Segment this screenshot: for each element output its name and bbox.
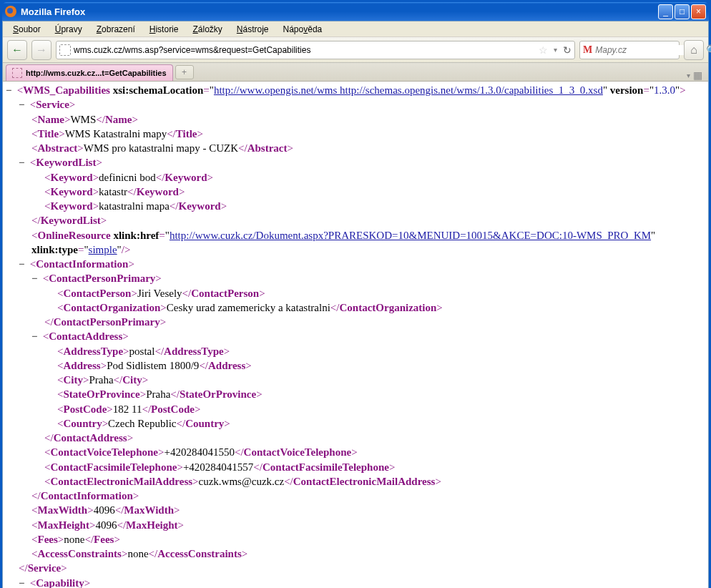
browser-chrome: Soubor Úpravy Zobrazení Historie Záložky…	[2, 21, 709, 588]
menu-bookmarks[interactable]: Záložky	[187, 23, 227, 36]
reload-icon[interactable]: ↻	[563, 44, 572, 56]
url-dropdown-icon[interactable]: ▾	[551, 46, 560, 54]
window-title: Mozilla Firefox	[21, 6, 658, 17]
search-bar[interactable]: M 🔍	[579, 41, 680, 59]
menu-file[interactable]: Soubor	[7, 23, 46, 36]
window-frame: Mozilla Firefox _ □ × Soubor Úpravy Zobr…	[0, 0, 711, 588]
close-button[interactable]: ×	[691, 4, 706, 19]
menu-help[interactable]: Nápověda	[278, 23, 328, 36]
forward-button[interactable]: →	[31, 40, 52, 60]
content-area[interactable]: − <WMS_Capabilities xsi:schemaLocation="…	[3, 82, 708, 588]
menu-history[interactable]: Historie	[144, 23, 185, 36]
home-button[interactable]: ⌂	[684, 40, 704, 60]
maximize-button[interactable]: □	[675, 4, 690, 19]
url-input[interactable]	[74, 45, 536, 55]
navigation-toolbar: ← → ☆ ▾ ↻ M 🔍 ⌂	[3, 37, 708, 63]
menubar: Soubor Úpravy Zobrazení Historie Záložky…	[3, 21, 708, 37]
back-button[interactable]: ←	[7, 40, 27, 60]
new-tab-button[interactable]: +	[175, 65, 194, 79]
menu-edit[interactable]: Úpravy	[49, 23, 88, 36]
bookmark-star-icon[interactable]: ☆	[539, 44, 548, 56]
tab-bar: http://wms.cuzk.cz...t=GetCapabilities +…	[3, 63, 708, 82]
minimize-button[interactable]: _	[658, 4, 673, 19]
url-bar[interactable]: ☆ ▾ ↻	[56, 41, 575, 59]
site-identity-icon[interactable]	[59, 44, 71, 56]
firefox-icon	[5, 6, 16, 17]
menu-tools[interactable]: Nástroje	[231, 23, 275, 36]
tabs-dropdown-icon[interactable]: ▾	[687, 72, 690, 79]
tab-label: http://wms.cuzk.cz...t=GetCapabilities	[26, 69, 167, 77]
titlebar[interactable]: Mozilla Firefox _ □ ×	[2, 2, 709, 21]
tab-favicon	[12, 68, 22, 78]
window-controls: _ □ ×	[658, 4, 706, 19]
search-engine-icon[interactable]: M	[583, 44, 592, 56]
xml-tree: − <WMS_Capabilities xsi:schemaLocation="…	[6, 83, 705, 588]
menu-view[interactable]: Zobrazení	[91, 23, 141, 36]
tab-groups-icon[interactable]: ▦	[693, 69, 702, 81]
tab-active[interactable]: http://wms.cuzk.cz...t=GetCapabilities	[6, 64, 173, 81]
search-go-icon[interactable]: 🔍	[706, 44, 711, 56]
